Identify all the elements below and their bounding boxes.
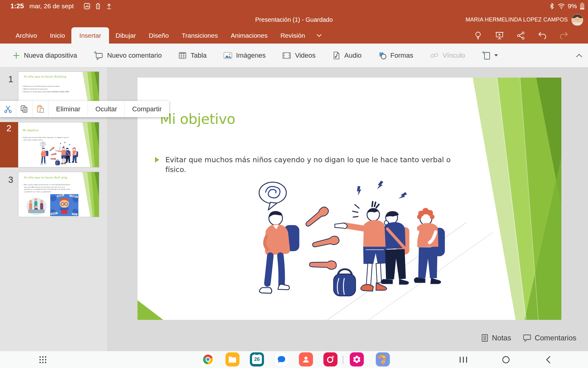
android-navbar: 26 xyxy=(0,351,588,368)
share-slide-button[interactable]: Compartir xyxy=(125,101,169,117)
slide-body-textbox[interactable]: Evitar que muchos más niños cayendo y no… xyxy=(155,155,455,175)
slide-title-textbox[interactable]: Mi objetivo xyxy=(160,111,235,127)
delete-slide-button[interactable]: Eliminar xyxy=(49,101,88,117)
paste-button[interactable] xyxy=(32,101,49,117)
snake-game-app-icon[interactable] xyxy=(376,352,390,366)
battery-alert-notification-icon xyxy=(95,3,101,10)
comments-button[interactable]: Comentarios xyxy=(523,334,576,342)
contacts-app-icon[interactable] xyxy=(299,352,313,366)
calendar-app-icon[interactable]: 26 xyxy=(250,352,264,366)
camera-app-icon[interactable] xyxy=(323,352,337,366)
status-date: mar, 26 de sept xyxy=(29,2,74,10)
status-bar: 1:25 mar, 26 de sept 9% xyxy=(0,0,588,12)
files-app-icon[interactable] xyxy=(225,352,239,366)
redo-icon xyxy=(559,31,568,40)
chrome-app-icon[interactable] xyxy=(201,352,215,366)
slide-3-artwork-left xyxy=(26,196,47,216)
table-button[interactable]: Tabla xyxy=(178,51,207,60)
copy-button[interactable] xyxy=(16,101,32,117)
slide-2-selection-bar: 2 xyxy=(0,122,18,167)
bullying-illustration[interactable] xyxy=(239,173,453,304)
tab-archivo[interactable]: Archivo xyxy=(9,27,43,44)
more-tabs-chevron-icon[interactable] xyxy=(311,27,327,44)
tab-animaciones[interactable]: Animaciones xyxy=(224,27,274,44)
videos-button[interactable]: Videos xyxy=(282,51,315,60)
plus-icon xyxy=(12,52,20,59)
avatar[interactable] xyxy=(571,14,583,26)
shapes-icon xyxy=(378,51,387,60)
share-icon[interactable] xyxy=(516,31,526,40)
calendar-day: 26 xyxy=(254,357,260,362)
cut-button[interactable] xyxy=(0,101,16,117)
messages-app-icon[interactable] xyxy=(274,352,288,366)
battery-percent: 9% xyxy=(568,2,577,10)
copy-icon xyxy=(20,105,28,113)
bluetooth-icon xyxy=(549,3,555,10)
chevron-up-icon xyxy=(576,53,582,58)
slide-2-number: 2 xyxy=(4,123,13,133)
notes-icon xyxy=(481,334,488,342)
recent-apps-icon xyxy=(459,356,467,363)
new-slide-page-icon xyxy=(482,51,492,60)
facet-decoration xyxy=(451,78,561,320)
clock: 1:25 xyxy=(10,2,24,10)
home-button[interactable] xyxy=(497,351,515,368)
shapes-button[interactable]: Formas xyxy=(378,51,413,60)
slide-canvas[interactable]: Mi objetivo Evitar que muchos más niños … xyxy=(138,78,561,320)
thumbnail-context-menu: Eliminar Ocultar Compartir xyxy=(0,101,169,117)
slide-3-artwork-right: NERD! LOSER! IDIOT! FAT! xyxy=(50,194,78,216)
audio-button[interactable]: Audio xyxy=(332,51,361,60)
tab-inicio[interactable]: Inicio xyxy=(43,27,71,44)
title-bar: Presentación (1) - Guardado MARIA HERMEL… xyxy=(0,12,588,27)
collapse-ribbon-button[interactable] xyxy=(576,44,582,67)
slide-1-number: 1 xyxy=(6,74,15,84)
tab-revision[interactable]: Revisión xyxy=(274,27,312,44)
account-button[interactable]: MARIA HERMELINDA LOPEZ CAMPOS xyxy=(466,12,583,27)
app-grid-icon xyxy=(39,356,47,364)
paste-icon xyxy=(36,105,45,113)
hide-slide-button[interactable]: Ocultar xyxy=(88,101,125,117)
ribbon-toolbar: Nueva diapositiva Nuevo comentario Tabla… xyxy=(0,44,588,67)
recent-apps-button[interactable] xyxy=(454,351,473,368)
link-icon xyxy=(430,51,439,60)
tab-diseno[interactable]: Diseño xyxy=(142,27,175,44)
cut-icon xyxy=(4,105,12,113)
tab-transiciones[interactable]: Transiciones xyxy=(175,27,224,44)
slide-3-number: 3 xyxy=(6,175,15,185)
tab-dibujar[interactable]: Dibujar xyxy=(109,27,142,44)
gallery-app-icon[interactable] xyxy=(350,352,364,366)
battery-icon xyxy=(579,2,585,10)
table-icon xyxy=(178,51,187,60)
slide-2-artwork xyxy=(36,140,80,167)
undo-icon[interactable] xyxy=(538,31,547,40)
slide-thumbnail-3[interactable]: Al niño que le hacen Bull ying ▸Este cue… xyxy=(18,172,99,217)
screenshot-notification-icon xyxy=(84,3,90,10)
account-name: MARIA HERMELINDA LOPEZ CAMPOS xyxy=(466,17,568,23)
ideas-lightbulb-icon[interactable] xyxy=(473,31,483,40)
present-icon[interactable] xyxy=(495,31,504,40)
images-button[interactable]: Imágenes xyxy=(223,51,266,60)
comment-plus-icon xyxy=(94,51,104,60)
upload-notification-icon xyxy=(106,3,112,10)
new-slide-button[interactable]: Nueva diapositiva xyxy=(12,52,77,59)
new-slide-layout-dropdown[interactable] xyxy=(482,51,498,60)
slide-thumbnail-2[interactable]: Mi objetivo ▸Evitar que muchos más niños… xyxy=(18,122,99,167)
image-icon xyxy=(223,51,232,60)
notes-button[interactable]: Notas xyxy=(481,334,511,342)
video-icon xyxy=(282,51,291,60)
app-grid-button[interactable] xyxy=(34,351,52,368)
back-button[interactable] xyxy=(539,351,557,368)
home-icon xyxy=(502,356,510,364)
new-comment-button[interactable]: Nuevo comentario xyxy=(94,51,162,60)
audio-icon xyxy=(332,51,341,60)
dock-divider xyxy=(343,355,343,364)
comments-icon xyxy=(523,334,531,342)
link-button: Vínculo xyxy=(430,51,465,60)
wifi-icon xyxy=(557,3,565,10)
tab-insertar[interactable]: Insertar xyxy=(71,27,109,44)
bullet-marker xyxy=(155,157,159,163)
dropdown-caret-icon xyxy=(494,54,498,57)
back-icon xyxy=(545,356,551,364)
